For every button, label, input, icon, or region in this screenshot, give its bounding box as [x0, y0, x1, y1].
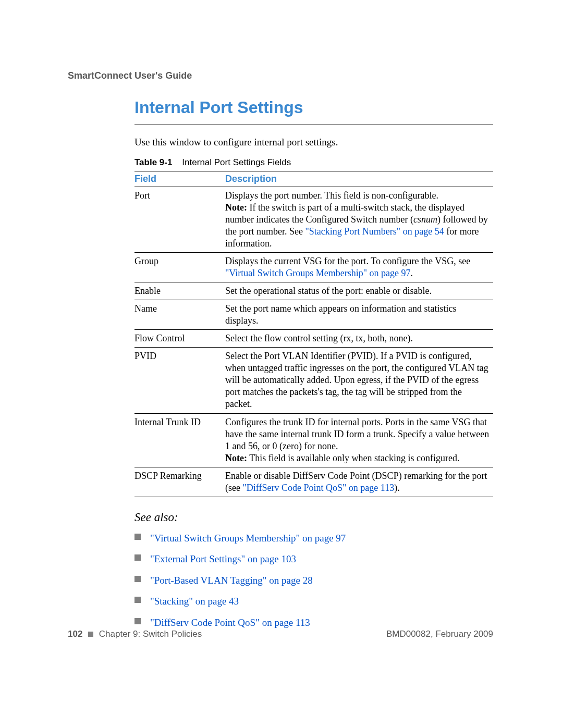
page-number: 102	[68, 629, 82, 639]
link-external-port-settings[interactable]: "External Port Settings" on page 103	[150, 553, 296, 564]
doc-id: BMD00082, February 2009	[386, 629, 493, 639]
main-content: Internal Port Settings Use this window t…	[134, 98, 493, 637]
field-desc: Select the flow control setting (rx, tx,…	[225, 330, 493, 348]
see-also-list: "Virtual Switch Groups Membership" on pa…	[134, 532, 493, 630]
table-row: Enable Set the operational status of the…	[134, 282, 493, 300]
intro-text: Use this window to configure internal po…	[134, 137, 493, 148]
square-bullet-icon	[134, 618, 141, 624]
field-name: DSCP Remarking	[134, 467, 225, 497]
table-row: Flow Control Select the flow control set…	[134, 330, 493, 348]
table-caption-title: Internal Port Settings Fields	[182, 157, 291, 167]
field-name: Flow Control	[134, 330, 225, 348]
link-vsg-membership[interactable]: "Virtual Switch Groups Membership" on pa…	[225, 268, 411, 278]
list-item: "DiffServ Code Point QoS" on page 113	[134, 616, 493, 630]
table-row: DSCP Remarking Enable or disable DiffSer…	[134, 467, 493, 497]
page-footer: 102 Chapter 9: Switch Policies BMD00082,…	[68, 629, 493, 639]
text: Displays the current VSG for the port. T…	[225, 256, 470, 266]
running-head: SmartConnect User's Guide	[68, 70, 192, 81]
list-item: "External Port Settings" on page 103	[134, 552, 493, 566]
table-caption: Table 9-1 Internal Port Settings Fields	[134, 157, 493, 168]
italic-text: csnum	[413, 214, 437, 225]
square-bullet-icon	[134, 534, 141, 540]
link-dscp-qos[interactable]: "DiffServ Code Point QoS" on page 113	[242, 483, 394, 493]
list-item: "Stacking" on page 43	[134, 595, 493, 609]
text: This field is available only when stacki…	[247, 453, 460, 463]
square-bullet-icon	[88, 632, 93, 637]
field-name: PVID	[134, 348, 225, 413]
page: SmartConnect User's Guide Internal Port …	[0, 0, 563, 728]
fields-table: Field Description Port Displays the port…	[134, 171, 493, 497]
field-name: Port	[134, 187, 225, 253]
text: Displays the port number. This field is …	[225, 190, 438, 201]
link-port-based-vlan[interactable]: "Port-Based VLAN Tagging" on page 28	[150, 575, 313, 586]
link-stacking-port-numbers[interactable]: "Stacking Port Numbers" on page 54	[305, 226, 444, 237]
link-vsg-membership[interactable]: "Virtual Switch Groups Membership" on pa…	[150, 533, 346, 544]
th-description: Description	[225, 171, 493, 187]
field-desc: Set the operational status of the port: …	[225, 282, 493, 300]
field-desc: Select the Port VLAN Identifier (PVID). …	[225, 348, 493, 413]
field-desc: Displays the port number. This field is …	[225, 187, 493, 253]
field-desc: Configures the trunk ID for internal por…	[225, 413, 493, 467]
table-row: PVID Select the Port VLAN Identifier (PV…	[134, 348, 493, 413]
field-desc: Set the port name which appears on infor…	[225, 300, 493, 330]
field-name: Group	[134, 253, 225, 282]
link-dscp-qos[interactable]: "DiffServ Code Point QoS" on page 113	[150, 617, 310, 628]
table-row: Internal Trunk ID Configures the trunk I…	[134, 413, 493, 467]
list-item: "Virtual Switch Groups Membership" on pa…	[134, 532, 493, 546]
table-row: Name Set the port name which appears on …	[134, 300, 493, 330]
see-also-heading: See also:	[134, 511, 493, 524]
list-item: "Port-Based VLAN Tagging" on page 28	[134, 574, 493, 588]
text: ).	[394, 483, 400, 493]
table-row: Group Displays the current VSG for the p…	[134, 253, 493, 282]
field-name: Enable	[134, 282, 225, 300]
field-desc: Displays the current VSG for the port. T…	[225, 253, 493, 282]
square-bullet-icon	[134, 554, 141, 561]
field-desc: Enable or disable DiffServ Code Point (D…	[225, 467, 493, 497]
table-caption-label: Table 9-1	[134, 157, 172, 167]
chapter-label: Chapter 9: Switch Policies	[99, 629, 202, 639]
note-label: Note:	[225, 202, 247, 213]
square-bullet-icon	[134, 597, 141, 603]
link-stacking[interactable]: "Stacking" on page 43	[150, 596, 239, 607]
square-bullet-icon	[134, 576, 141, 582]
title-rule	[134, 125, 493, 125]
note-label: Note:	[225, 453, 247, 463]
text: Configures the trunk ID for internal por…	[225, 417, 489, 451]
page-title: Internal Port Settings	[134, 98, 493, 117]
field-name: Internal Trunk ID	[134, 413, 225, 467]
field-name: Name	[134, 300, 225, 330]
text: .	[411, 268, 413, 278]
th-field: Field	[134, 171, 225, 187]
table-row: Port Displays the port number. This fiel…	[134, 187, 493, 253]
